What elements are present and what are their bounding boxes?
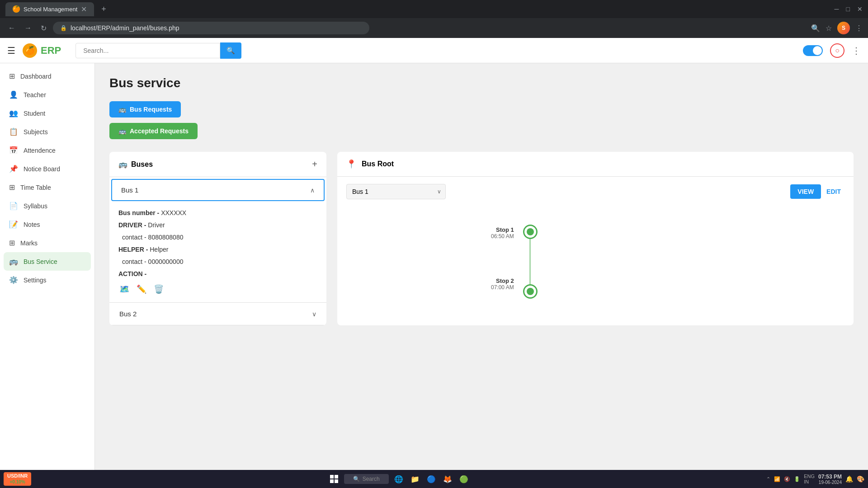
- bus-1-delete-btn[interactable]: 🗑️: [153, 283, 165, 295]
- reload-btn[interactable]: ↻: [38, 22, 49, 34]
- bus-1-map-btn[interactable]: 🗺️: [118, 283, 130, 295]
- main-content: Bus service 🚌 Bus Requests 🚌 Accepted Re…: [95, 63, 868, 470]
- logo-area: 🍊 ERP: [23, 43, 61, 58]
- notice-board-icon: 📌: [9, 164, 18, 173]
- taskbar-color-icon: 🎨: [857, 475, 864, 483]
- bus-1-edit-btn[interactable]: ✏️: [136, 283, 147, 295]
- edit-link-btn[interactable]: EDIT: [823, 184, 844, 199]
- bus-requests-btn[interactable]: 🚌 Bus Requests: [109, 101, 181, 117]
- settings-icon: ⚙️: [9, 276, 18, 284]
- browser-menu-icon[interactable]: ⋮: [855, 24, 863, 33]
- driver-contact-label: contact -: [122, 234, 146, 241]
- add-bus-btn[interactable]: +: [312, 159, 317, 169]
- accepted-label: Accepted Requests: [130, 127, 189, 135]
- taskbar-notification-icon[interactable]: 🔔: [845, 475, 853, 483]
- app-body: ⊞ Dashboard 👤 Teacher 👥 Student 📋 Subjec…: [0, 63, 868, 470]
- new-tab-btn[interactable]: +: [98, 3, 110, 16]
- route-visualization: Stop 1 06:50 AM Stop 2 07:00 AM: [337, 206, 854, 308]
- buses-panel: 🚌 Buses + Bus 1 ∧ Bus number - XXXXXX: [109, 152, 326, 325]
- sidebar-item-settings[interactable]: ⚙️ Settings: [0, 271, 94, 289]
- svg-rect-2: [330, 479, 334, 483]
- taskbar-volume-icon: 🔇: [784, 476, 790, 482]
- stop1-name: Stop 1 06:50 AM: [491, 226, 514, 239]
- taskbar-icon-3[interactable]: 🔵: [425, 473, 438, 485]
- browser-tab[interactable]: 🍊 School Management ✕: [5, 2, 94, 16]
- theme-toggle[interactable]: [803, 45, 823, 56]
- bookmark-icon[interactable]: ☆: [826, 24, 832, 33]
- windows-start-icon[interactable]: [328, 473, 340, 485]
- sidebar-label-teacher: Teacher: [24, 91, 46, 99]
- bus-1-item: Bus 1 ∧ Bus number - XXXXXX DRIVER - Dri…: [109, 179, 326, 303]
- notification-icon[interactable]: ○: [830, 43, 844, 58]
- sidebar-item-dashboard[interactable]: ⊞ Dashboard: [0, 67, 94, 85]
- taskbar-icon-1[interactable]: 🌐: [392, 473, 405, 485]
- app-header: ☰ 🍊 ERP 🔍 ○ ⋮: [0, 38, 868, 63]
- driver-row: DRIVER - Driver: [118, 221, 317, 230]
- stop1-time-text: 06:50 AM: [491, 233, 514, 239]
- view-btn[interactable]: VIEW: [790, 184, 821, 199]
- action-label-row: ACTION -: [118, 269, 317, 279]
- taskbar-battery-icon: 🔋: [794, 476, 800, 482]
- taskbar-wifi-icon: 📶: [774, 476, 780, 482]
- header-search-btn[interactable]: 🔍: [220, 42, 241, 59]
- sidebar-item-time-table[interactable]: ⊞ Time Table: [0, 178, 94, 197]
- accepted-requests-btn[interactable]: 🚌 Accepted Requests: [109, 123, 198, 139]
- taskbar-time: 07:53 PM 19-06-2024: [818, 474, 842, 485]
- stops-container: Stop 1 06:50 AM Stop 2 07:00 AM: [346, 216, 844, 299]
- stop2-name: Stop 2 07:00 AM: [491, 277, 514, 291]
- bus-select-container: Bus 1 Bus 2 ∨: [346, 184, 446, 199]
- helper-contact-value: 0000000000: [148, 258, 184, 265]
- sidebar-item-attendence[interactable]: 📅 Attendence: [0, 141, 94, 160]
- bus-2-header[interactable]: Bus 2 ∨: [109, 303, 326, 325]
- bus-1-label: Bus 1: [121, 186, 138, 194]
- notes-icon: 📝: [9, 220, 18, 229]
- back-btn[interactable]: ←: [5, 22, 18, 34]
- sidebar-item-marks[interactable]: ⊞ Marks: [0, 234, 94, 252]
- taskbar: USD/INR +0.10% 🔍 Search 🌐 📁 🔵 🦊 🟢 ⌃ 📶 🔇 …: [0, 470, 868, 488]
- forward-btn[interactable]: →: [22, 22, 34, 34]
- close-btn[interactable]: ✕: [857, 5, 863, 13]
- sidebar-item-teacher[interactable]: 👤 Teacher: [0, 85, 94, 104]
- address-bar: ← → ↻ 🔒 localhost/ERP/admin_panel/buses.…: [0, 18, 868, 38]
- student-icon: 👥: [9, 109, 18, 117]
- hamburger-btn[interactable]: ☰: [7, 45, 15, 56]
- helper-contact-row: contact - 0000000000: [118, 257, 317, 267]
- maximize-btn[interactable]: □: [846, 5, 850, 13]
- tab-close-btn[interactable]: ✕: [81, 5, 87, 14]
- bus-service-icon: 🚌: [9, 257, 18, 266]
- bus-root-title: Bus Root: [362, 160, 394, 168]
- dashboard-icon: ⊞: [9, 72, 15, 80]
- time-table-icon: ⊞: [9, 183, 15, 192]
- sidebar-item-notice-board[interactable]: 📌 Notice Board: [0, 160, 94, 178]
- driver-label: DRIVER -: [118, 221, 146, 229]
- sidebar-item-student[interactable]: 👥 Student: [0, 104, 94, 122]
- page-title: Bus service: [109, 76, 854, 90]
- helper-contact-label: contact -: [122, 258, 146, 265]
- window-controls: ─ □ ✕: [835, 5, 863, 13]
- profile-avatar[interactable]: S: [837, 22, 850, 34]
- address-input-area[interactable]: 🔒 localhost/ERP/admin_panel/buses.php: [53, 22, 369, 34]
- location-pin-icon: 📍: [346, 159, 356, 169]
- header-search-input[interactable]: [75, 43, 220, 58]
- taskbar-icon-2[interactable]: 📁: [409, 473, 421, 485]
- driver-contact-value: 8080808080: [148, 234, 184, 241]
- taskbar-right: ⌃ 📶 🔇 🔋 ENGIN 07:53 PM 19-06-2024 🔔 🎨: [766, 474, 864, 485]
- minimize-btn[interactable]: ─: [835, 5, 839, 13]
- tab-favicon: 🍊: [13, 5, 20, 13]
- buses-title-text: Buses: [131, 160, 153, 169]
- bus-select-wrapper: Bus 1 Bus 2 ∨ VIEW EDIT: [337, 177, 854, 206]
- header-right: ○ ⋮: [803, 43, 861, 58]
- taskbar-search-bar[interactable]: 🔍 Search: [344, 474, 389, 484]
- app-menu-dots[interactable]: ⋮: [852, 45, 861, 56]
- taskbar-icon-4[interactable]: 🦊: [441, 473, 454, 485]
- search-address-icon[interactable]: 🔍: [811, 24, 820, 33]
- sidebar-item-notes[interactable]: 📝 Notes: [0, 215, 94, 234]
- sidebar-item-syllabus[interactable]: 📄 Syllabus: [0, 197, 94, 215]
- bus-1-header[interactable]: Bus 1 ∧: [111, 179, 325, 201]
- bus-root-select[interactable]: Bus 1 Bus 2: [346, 184, 446, 199]
- sidebar-item-bus-service[interactable]: 🚌 Bus Service: [4, 252, 91, 271]
- sidebar-item-subjects[interactable]: 📋 Subjects: [0, 122, 94, 141]
- driver-contact-row: contact - 8080808080: [118, 233, 317, 242]
- taskbar-icon-5[interactable]: 🟢: [458, 473, 470, 485]
- bus-1-chevron-up: ∧: [310, 187, 315, 194]
